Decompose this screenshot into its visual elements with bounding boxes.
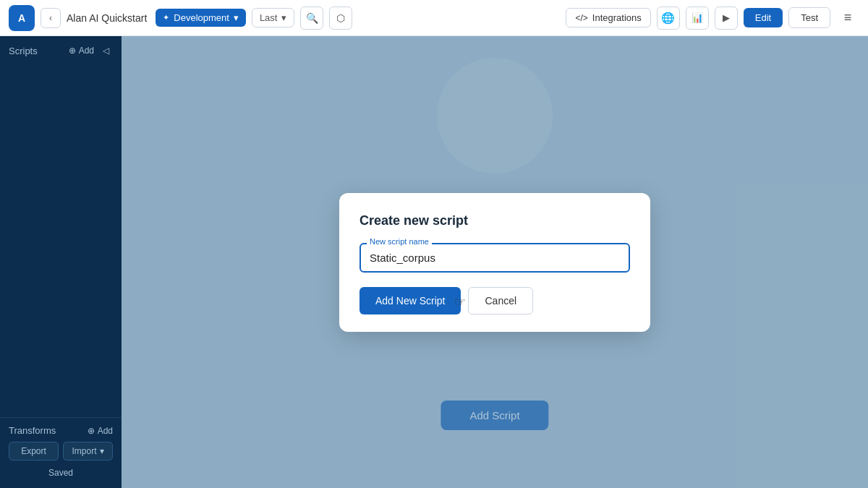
- script-name-label: New script name: [367, 237, 432, 246]
- import-label: Import: [72, 446, 96, 456]
- branch-select[interactable]: Last ▾: [252, 8, 295, 27]
- collapse-icon: ◁: [103, 46, 109, 56]
- analytics-button[interactable]: 📊: [686, 7, 709, 30]
- env-chevron-icon: ▾: [234, 12, 239, 23]
- menu-button[interactable]: ≡: [836, 7, 859, 30]
- search-icon: 🔍: [306, 12, 318, 24]
- export-import-row: Export Import ▾: [9, 442, 113, 461]
- back-icon: ‹: [49, 13, 52, 23]
- play-icon: ▶: [723, 12, 730, 23]
- test-label: Test: [801, 12, 818, 23]
- modal-title: Create new script: [359, 213, 630, 228]
- app-logo: A: [9, 5, 35, 31]
- edit-label: Edit: [755, 12, 771, 23]
- chart-icon: 📊: [692, 12, 703, 23]
- scripts-label: Scripts: [9, 46, 38, 56]
- sidebar-collapse-button[interactable]: ◁: [98, 43, 113, 58]
- project-name: Alan AI Quickstart: [67, 12, 147, 24]
- env-label: Development: [174, 12, 229, 23]
- add-circle-icon: ⊕: [69, 46, 76, 56]
- modal-overlay: Create new script New script name Add Ne…: [122, 36, 868, 488]
- test-button[interactable]: Test: [788, 7, 830, 28]
- navbar: A ‹ Alan AI Quickstart ✦ Development ▾ L…: [0, 0, 868, 36]
- environment-button[interactable]: ✦ Development ▾: [156, 9, 246, 27]
- transforms-section-header: Transforms ⊕ Add: [9, 425, 113, 436]
- sidebar-bottom: Transforms ⊕ Add Export Import ▾ Saved: [0, 417, 122, 488]
- export-button[interactable]: Export: [9, 442, 59, 461]
- globe-button[interactable]: 🌐: [657, 7, 680, 30]
- env-icon: ✦: [163, 13, 169, 22]
- branch-chevron-icon: ▾: [281, 12, 286, 23]
- share-icon: ⬡: [336, 12, 345, 24]
- play-button[interactable]: ▶: [715, 7, 738, 30]
- transforms-add-label: Add: [98, 426, 113, 436]
- import-chevron-icon: ▾: [100, 446, 104, 456]
- transforms-label: Transforms: [9, 425, 56, 436]
- hamburger-icon: ≡: [844, 10, 852, 25]
- add-new-script-label: Add New Script: [375, 295, 445, 307]
- sidebar: Scripts ⊕ Add ◁ Transforms ⊕ Add Export: [0, 36, 122, 488]
- script-name-field: New script name: [359, 243, 630, 273]
- share-button[interactable]: ⬡: [329, 7, 352, 30]
- add-label: Add: [79, 46, 94, 56]
- import-button[interactable]: Import ▾: [63, 442, 113, 461]
- branch-label: Last: [260, 12, 278, 23]
- cancel-button[interactable]: Cancel: [468, 287, 533, 314]
- modal-actions: Add New Script Cancel: [359, 287, 630, 314]
- transforms-add-button[interactable]: ⊕ Add: [88, 426, 113, 436]
- main-content: Add Script Create new script New script …: [122, 36, 868, 488]
- scripts-section-header: Scripts ⊕ Add ◁: [0, 36, 122, 65]
- scripts-add-button[interactable]: ⊕ Add: [69, 46, 94, 56]
- transforms-add-icon: ⊕: [88, 426, 95, 436]
- integrations-label: Integrations: [592, 12, 642, 23]
- globe-icon: 🌐: [661, 12, 675, 25]
- cancel-label: Cancel: [485, 295, 516, 307]
- edit-button[interactable]: Edit: [744, 8, 783, 27]
- back-button[interactable]: ‹: [41, 8, 61, 28]
- code-icon: </>: [575, 13, 587, 23]
- saved-badge: Saved: [9, 465, 113, 481]
- script-name-input[interactable]: [359, 243, 630, 273]
- export-label: Export: [21, 446, 46, 456]
- saved-label: Saved: [48, 468, 73, 478]
- logo-text: A: [18, 12, 25, 24]
- search-button[interactable]: 🔍: [300, 7, 323, 30]
- integrations-button[interactable]: </> Integrations: [566, 8, 650, 27]
- create-script-modal: Create new script New script name Add Ne…: [339, 193, 650, 332]
- add-new-script-button[interactable]: Add New Script: [359, 287, 461, 314]
